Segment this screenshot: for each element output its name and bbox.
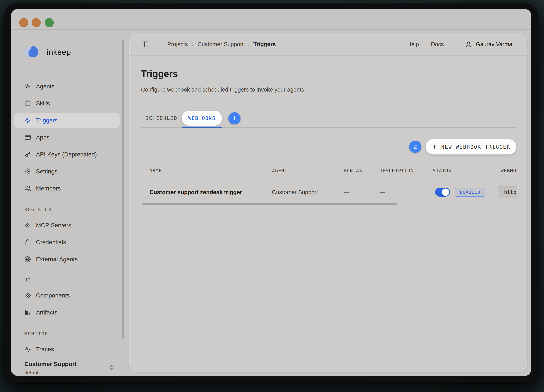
app-window: inkeep Agents Skills Triggers Apps <box>5 4 538 383</box>
sidebar-item-label: Settings <box>36 168 58 175</box>
chevrons-up-down-icon <box>109 364 115 371</box>
app-window-icon <box>24 134 31 141</box>
sidebar-item-label: MCP Servers <box>36 222 71 229</box>
header-divider <box>454 40 454 48</box>
sidebar-section-register: REGISTER <box>24 207 52 212</box>
trigger-name-cell[interactable]: Customer support zendesk trigger <box>149 179 242 205</box>
sidebar-item-artifacts[interactable]: Artifacts <box>14 305 120 320</box>
breadcrumb-projects[interactable]: Projects <box>167 41 188 48</box>
sidebar: inkeep Agents Skills Triggers Apps <box>11 30 125 376</box>
help-link[interactable]: Help <box>407 41 419 48</box>
sidebar-item-settings[interactable]: Settings <box>14 164 120 179</box>
zap-icon <box>24 117 31 124</box>
horizontal-scrollbar[interactable] <box>142 203 397 205</box>
sidebar-item-label: API Keys (Deprecated) <box>36 151 97 158</box>
column-header-name: NAME <box>149 163 162 179</box>
sidebar-item-components[interactable]: Components <box>14 288 120 303</box>
sidebar-item-credentials[interactable]: Credentials <box>14 235 120 250</box>
sidebar-item-external-agents[interactable]: External Agents <box>14 252 120 267</box>
tab-active-indicator <box>182 127 222 128</box>
close-button[interactable] <box>19 18 28 27</box>
column-header-run-as: RUN AS <box>344 163 362 179</box>
desktop-background: inkeep Agents Skills Triggers Apps <box>0 0 544 392</box>
status-badge: ENABLED <box>455 188 485 197</box>
run-as-cell: — <box>344 179 349 205</box>
window-titlebar <box>11 9 531 30</box>
breadcrumb-separator: › <box>248 41 249 48</box>
page-title: Triggers <box>141 68 178 79</box>
status-toggle[interactable] <box>435 188 450 196</box>
gear-icon <box>24 168 31 175</box>
zoom-button[interactable] <box>45 18 54 27</box>
sidebar-item-label: Artifacts <box>36 309 58 316</box>
sidebar-item-label: Skills <box>36 100 50 107</box>
window-content: inkeep Agents Skills Triggers Apps <box>11 9 531 376</box>
breadcrumb-customer-support[interactable]: Customer Support <box>198 41 244 48</box>
breadcrumb-triggers: Triggers <box>254 41 276 48</box>
header-divider <box>158 40 158 48</box>
library-icon <box>24 309 31 316</box>
sidebar-item-skills[interactable]: Skills <box>14 96 120 111</box>
webhook-url-cell[interactable]: https <box>498 186 517 198</box>
tab-scheduled[interactable]: SCHEDULED <box>146 111 177 126</box>
page-header: Projects › Customer Support › Triggers H… <box>130 33 527 56</box>
tab-webhooks[interactable]: WEBHOOKS <box>182 111 222 126</box>
users-icon <box>24 185 31 192</box>
minimize-button[interactable] <box>32 18 41 27</box>
new-webhook-trigger-label: NEW WEBHOOK TRIGGER <box>441 144 510 150</box>
column-header-status: STATUS <box>433 163 451 179</box>
component-icon <box>24 292 31 299</box>
column-header-webhook-url: WEBHOO <box>501 163 517 179</box>
activity-icon <box>24 346 31 353</box>
breadcrumb-separator: › <box>192 41 194 48</box>
globe-icon <box>24 256 31 263</box>
panel-left-icon <box>142 41 149 48</box>
inkeep-logo-icon <box>23 46 41 58</box>
sidebar-item-label: Traces <box>36 346 54 353</box>
brand-wordmark: inkeep <box>47 47 71 57</box>
user-icon <box>465 41 472 48</box>
sidebar-section-ui: UI <box>24 277 31 283</box>
project-name: Customer Support <box>24 361 77 368</box>
agent-cell: Customer Support <box>272 179 318 205</box>
sidebar-item-label: Components <box>36 292 70 299</box>
description-cell: — <box>379 179 385 205</box>
annotation-badge-1: 1 <box>228 112 241 125</box>
main-panel: Projects › Customer Support › Triggers H… <box>129 33 527 372</box>
mcp-icon <box>24 222 31 229</box>
sidebar-item-apps[interactable]: Apps <box>14 130 120 145</box>
page-description: Configure webhook and scheduled triggers… <box>141 86 306 93</box>
sidebar-item-members[interactable]: Members <box>14 181 120 196</box>
sidebar-item-label: Members <box>36 185 61 192</box>
column-header-agent: AGENT <box>272 163 287 179</box>
project-variant: default <box>24 370 40 376</box>
sidebar-item-label: Agents <box>36 83 54 90</box>
sidebar-scrollbar[interactable] <box>122 40 124 339</box>
sidebar-item-triggers[interactable]: Triggers <box>14 113 120 128</box>
lock-icon <box>24 239 31 246</box>
sidebar-item-api-keys[interactable]: API Keys (Deprecated) <box>14 147 120 162</box>
key-icon <box>24 151 31 158</box>
sidebar-item-label: Triggers <box>36 117 58 124</box>
user-menu[interactable]: Gaurav Varma <box>476 41 512 48</box>
sidebar-item-mcp-servers[interactable]: MCP Servers <box>14 218 120 233</box>
sidebar-toggle-button[interactable] <box>142 41 149 48</box>
hexagon-icon <box>24 100 31 107</box>
inkeep-logo: inkeep <box>23 46 71 58</box>
sidebar-item-label: Credentials <box>36 239 66 246</box>
sidebar-item-agents[interactable]: Agents <box>14 79 120 94</box>
docs-link[interactable]: Docs <box>431 41 444 48</box>
sidebar-item-label: Apps <box>36 134 50 141</box>
new-webhook-trigger-button[interactable]: NEW WEBHOOK TRIGGER <box>426 139 516 154</box>
sidebar-section-monitor: MONITOR <box>24 331 48 336</box>
plus-icon <box>432 144 438 150</box>
column-header-description: DESCRIPTION <box>379 163 414 179</box>
sidebar-item-traces[interactable]: Traces <box>14 342 120 357</box>
annotation-badge-2: 2 <box>409 141 421 153</box>
webhook-triggers-table: NAME AGENT RUN AS DESCRIPTION STATUS WEB… <box>141 163 517 206</box>
toggle-knob <box>442 189 449 196</box>
sidebar-item-label: External Agents <box>36 256 78 263</box>
workflow-icon <box>24 83 31 90</box>
project-switcher[interactable]: Customer Support default <box>11 361 120 376</box>
